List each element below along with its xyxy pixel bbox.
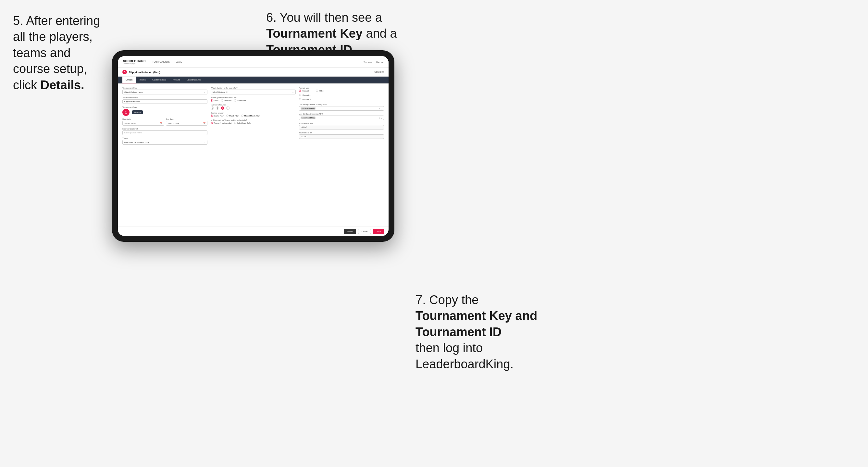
upload-button[interactable]: Upload (132, 110, 143, 114)
cancel-button[interactable]: Cancel (358, 229, 371, 234)
host-input[interactable]: Clippd College - Men ⌄ (122, 90, 208, 94)
end-date-label: End date (166, 118, 208, 120)
tab-details[interactable]: Details (122, 76, 136, 84)
nav-pipe: | (374, 61, 374, 63)
sponsor-input[interactable]: Enter sponsor name (122, 130, 208, 135)
rounds-2[interactable]: 2 (216, 106, 219, 110)
scoring-group: Scoring system Stroke Play Match Play (211, 112, 296, 117)
nav-signout[interactable]: Sign out (376, 61, 383, 63)
tabs-bar: Details Teams Course Setup Results Leade… (118, 76, 389, 84)
scoring-match-dot (226, 115, 228, 117)
tournament-key-value: b4f9b7 (299, 125, 384, 129)
end-date-group: End date Jan 23, 2024 📅 (166, 118, 208, 126)
gender-combined[interactable]: Combined (234, 99, 246, 101)
teams-label: Is this event for Teams and/or Individua… (211, 119, 296, 121)
third-party1-input[interactable]: Leaderboard King ✕ ⌄ (299, 106, 384, 111)
name-label: Tournament name (122, 97, 208, 99)
annotation-top-right-mid: and a (366, 27, 397, 40)
tournament-key-text: b4f9b7 (301, 126, 307, 128)
format-6count4[interactable]: 6 count 4 (299, 94, 311, 96)
form-section-3: Format type 5 count 4 6 count 4 (299, 87, 384, 223)
annotation-bottom-right-text2: then log into LeaderboardKing. (415, 341, 514, 371)
host-label: Tournament Host (122, 87, 208, 89)
format-6count5[interactable]: 6 count 5 (299, 98, 311, 100)
tournament-title: C Clippd Invitational (Men) (122, 70, 160, 74)
nav-tournaments[interactable]: TOURNAMENTS (152, 61, 170, 63)
rounds-4[interactable]: 4 (226, 106, 229, 110)
form-body: Tournament Host Clippd College - Men ⌄ T… (118, 84, 389, 226)
format-5count4-label: 5 count 4 (303, 90, 311, 92)
host-group: Tournament Host Clippd College - Men ⌄ (122, 87, 208, 94)
third-party2-input[interactable]: Leaderboard King ✕ ⌄ (299, 116, 384, 120)
tournament-logo-c: C (122, 70, 127, 74)
name-value: Clippd Invitational (124, 101, 140, 102)
tournament-header: C Clippd Invitational (Men) Cancel ✕ (118, 68, 389, 76)
rounds-3[interactable]: 3 (221, 106, 224, 110)
save-button[interactable]: Save (373, 229, 384, 234)
division-input[interactable]: NCAA Division III ⌄ (211, 90, 296, 94)
host-chevron: ⌄ (204, 91, 206, 93)
form-footer: Delete Cancel Save (118, 226, 389, 236)
gender-womens[interactable]: Womens (221, 99, 232, 101)
logo-group: Tournament logo C Upload (122, 106, 208, 116)
tournament-id-value: 302051 (299, 134, 384, 139)
sponsor-label: Sponsor (optional) (122, 128, 208, 130)
format-other[interactable]: Other (316, 90, 324, 92)
tab-results[interactable]: Results (169, 76, 183, 84)
logo-area: C Upload (122, 109, 208, 116)
venue-group: Venue Peachtree GC - Atlanta - GA ⌄ (122, 137, 208, 145)
format-5count4[interactable]: 5 count 4 (299, 90, 311, 92)
start-date-group: Start date Jan 21, 2024 📅 (122, 118, 164, 126)
scoring-match[interactable]: Match Play (226, 115, 239, 117)
format-6count5-dot (299, 98, 301, 100)
venue-label: Venue (122, 137, 208, 139)
gender-mens[interactable]: Mens (211, 99, 218, 101)
annotation-bottom-right-bold: Tournament Key and Tournament ID (415, 309, 537, 339)
scoring-medal[interactable]: Medal Match Play (241, 115, 260, 117)
gender-group: Which gender is the event for? Mens Wome… (211, 97, 296, 101)
end-date-input[interactable]: Jan 23, 2024 📅 (166, 121, 208, 126)
rounds-number-group: 1 2 3 4 (211, 106, 296, 110)
teams-group: Is this event for Teams and/or Individua… (211, 119, 296, 124)
division-value: NCAA Division III (213, 91, 227, 93)
name-input[interactable]: Clippd Invitational (122, 99, 208, 104)
start-date-input[interactable]: Jan 21, 2024 📅 (122, 121, 164, 126)
teams-plus-individuals[interactable]: Teams (+Individuals) (211, 122, 231, 124)
teams-individuals-only[interactable]: Individuals Only (234, 122, 251, 124)
teams-only-label: Individuals Only (237, 122, 251, 124)
tab-teams[interactable]: Teams (136, 76, 149, 84)
third-party2-clear[interactable]: ✕ ⌄ (378, 117, 382, 119)
brand-sub: Powered by clipd (123, 63, 146, 65)
division-chevron: ⌄ (292, 91, 294, 93)
rounds-label: Number of rounds (211, 104, 296, 106)
tab-leaderboards[interactable]: Leaderboards (183, 76, 204, 84)
tablet-device: SCOREBOARD Powered by clipd TOURNAMENTS … (112, 50, 394, 242)
division-group: Which division is the event for? NCAA Di… (211, 87, 296, 94)
tournament-subtitle: (Men) (153, 71, 160, 74)
format-6count5-label: 6 count 5 (303, 98, 311, 100)
rounds-1[interactable]: 1 (211, 106, 214, 110)
scoring-stroke[interactable]: Stroke Play (211, 115, 224, 117)
format-other-label: Other (319, 90, 324, 92)
nav-user-name: Test User (364, 61, 372, 63)
sponsor-placeholder: Enter sponsor name (124, 132, 142, 134)
brand-name: SCOREBOARD (123, 59, 146, 63)
third-party1-clear[interactable]: ✕ ⌄ (378, 107, 382, 110)
date-row: Start date Jan 21, 2024 📅 End date Jan 2… (122, 118, 208, 126)
scoring-label: Scoring system (211, 112, 296, 114)
form-section-1: Tournament Host Clippd College - Men ⌄ T… (122, 87, 208, 223)
format-6count4-label: 6 count 4 (303, 94, 311, 96)
tab-course-setup[interactable]: Course Setup (149, 76, 169, 84)
venue-input[interactable]: Peachtree GC - Atlanta - GA ⌄ (122, 140, 208, 145)
tablet-screen: SCOREBOARD Powered by clipd TOURNAMENTS … (118, 56, 389, 236)
tournament-cancel-btn[interactable]: Cancel ✕ (374, 71, 384, 73)
nav-teams[interactable]: TEAMS (174, 61, 182, 63)
format-6count4-dot (299, 94, 301, 96)
delete-button[interactable]: Delete (344, 229, 356, 234)
division-label: Which division is the event for? (211, 87, 296, 89)
format-label: Format type (299, 87, 384, 89)
logo-label: Tournament logo (122, 106, 208, 108)
tournament-name-display: Clippd Invitational (129, 71, 151, 74)
scoring-medal-dot (241, 115, 244, 117)
calendar-icon: 📅 (160, 122, 162, 124)
